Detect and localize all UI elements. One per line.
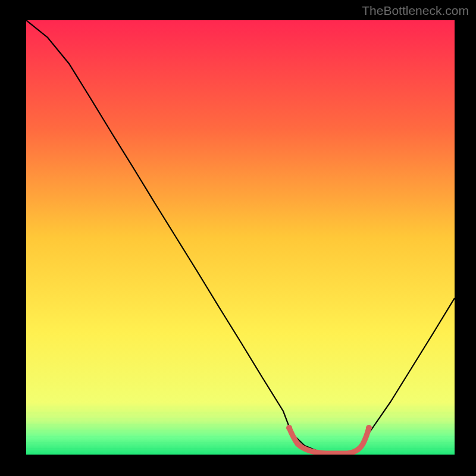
bottleneck-curve <box>26 20 455 455</box>
optimal-region-marker <box>286 425 372 453</box>
svg-point-10 <box>366 425 372 431</box>
svg-point-9 <box>286 425 292 431</box>
chart-container: TheBottleneck.com <box>0 0 476 476</box>
plot-area <box>26 20 455 455</box>
watermark-text: TheBottleneck.com <box>362 4 469 18</box>
